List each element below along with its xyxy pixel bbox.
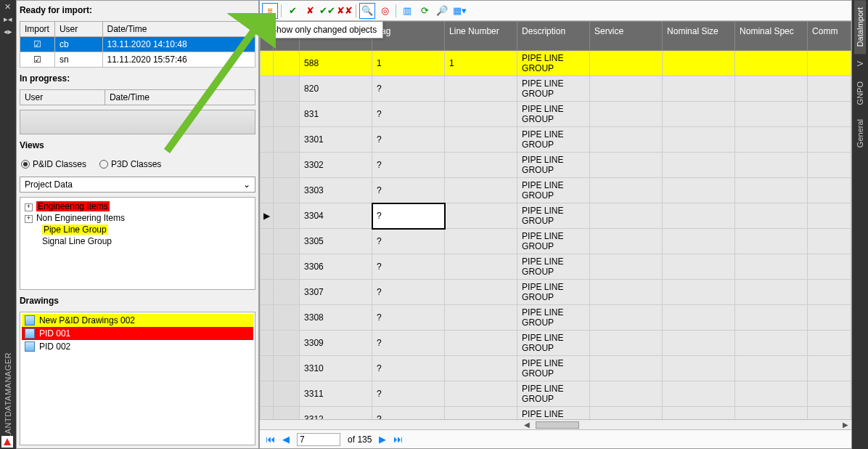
accept-all-button[interactable]: ✔✔ <box>319 3 335 19</box>
project-tree[interactable]: Engineering ItemsNon Engineering ItemsPi… <box>20 197 255 290</box>
right-tab-gnpo[interactable]: GNPO <box>854 74 866 112</box>
pager: ⏮ ◀ of 135 ▶ ⏭ <box>260 429 851 448</box>
radio-pid-classes[interactable]: P&ID Classes <box>21 159 86 169</box>
target-button[interactable]: ◎ <box>377 3 393 19</box>
tree-node[interactable]: Pipe Line Group <box>25 224 250 235</box>
close-icon[interactable]: ✕ <box>4 3 11 11</box>
column-header[interactable]: Comm <box>808 22 851 51</box>
first-page-button[interactable]: ⏮ <box>266 434 275 445</box>
in-progress-label: In progress: <box>20 72 255 85</box>
prev-page-button[interactable]: ◀ <box>282 434 290 445</box>
right-tab-general[interactable]: General <box>854 112 866 155</box>
grid-row[interactable]: 3302?PIPE LINE GROUP <box>261 153 851 178</box>
right-rail: DataImportVGNPOGeneral <box>852 0 868 449</box>
h-scrollbar[interactable]: ◀▶ <box>260 419 851 429</box>
grid-row[interactable]: ▶3304?PIPE LINE GROUP <box>261 203 851 229</box>
ready-for-import-label: Ready for import: <box>20 4 255 17</box>
show-changed-button[interactable]: ≡ <box>262 3 278 19</box>
table-row[interactable]: ☑cb13.11.2020 14:10:48 <box>20 37 255 52</box>
grid-row[interactable]: 3308?PIPE LINE GROUP <box>261 305 851 331</box>
reject-all-button[interactable]: ✘✘ <box>337 3 353 19</box>
drawings-label: Drawings <box>20 294 255 307</box>
col-datetime2[interactable]: Date/Time <box>105 90 255 105</box>
in-progress-table[interactable]: User Date/Time <box>20 89 255 105</box>
col-user2[interactable]: User <box>20 90 105 105</box>
page-input[interactable] <box>297 433 340 446</box>
rail-icon-2[interactable]: ◂▸ <box>4 28 12 36</box>
left-rail: ✕ ▸◂ ◂▸ PLANTDATAMANAGER <box>0 0 16 449</box>
table-row[interactable]: ☑sn11.11.2020 15:57:46 <box>20 52 255 68</box>
column-header[interactable]: Description <box>517 22 590 51</box>
grid-row[interactable]: 3301?PIPE LINE GROUP <box>261 127 851 153</box>
grid-row[interactable]: 58811PIPE LINE GROUP <box>261 51 851 76</box>
right-tab-v[interactable]: V <box>854 54 866 73</box>
in-progress-empty <box>20 110 255 134</box>
app-logo-icon <box>1 436 13 448</box>
columns-button[interactable]: ▥ <box>399 3 415 19</box>
document-icon <box>25 328 35 339</box>
grid-row[interactable]: 3307?PIPE LINE GROUP <box>261 280 851 305</box>
settings-dropdown-button[interactable]: ▦▾ <box>451 3 467 19</box>
document-icon <box>25 341 35 352</box>
zoom-button[interactable]: 🔍 <box>359 3 375 19</box>
col-datetime[interactable]: Date/Time <box>102 22 255 37</box>
find-button[interactable]: 🔎 <box>434 3 450 19</box>
column-header[interactable]: Service <box>590 22 663 51</box>
grid-row[interactable]: 3310?PIPE LINE GROUP <box>261 356 851 381</box>
ready-table[interactable]: Import User Date/Time ☑cb13.11.2020 14:1… <box>20 21 255 68</box>
refresh-button[interactable]: ⟳ <box>417 3 433 19</box>
panel-title-vertical: PLANTDATAMANAGER <box>4 352 12 445</box>
left-panel: Ready for import: Import User Date/Time … <box>16 0 259 449</box>
toolbar: ≡ ✔ ✘ ✔✔ ✘✘ 🔍 ◎ ▥ ⟳ 🔎 ▦▾ <box>260 1 851 21</box>
next-page-button[interactable]: ▶ <box>379 434 386 445</box>
grid-row[interactable]: 3306?PIPE LINE GROUP <box>261 254 851 280</box>
grid-row[interactable]: 3311?PIPE LINE GROUP <box>261 381 851 407</box>
page-total: of 135 <box>348 434 372 445</box>
grid-row[interactable]: 3305?PIPE LINE GROUP <box>261 229 851 254</box>
drawing-item[interactable]: PID 002 <box>22 340 253 353</box>
views-label: Views <box>20 139 255 152</box>
grid-row[interactable]: 3309?PIPE LINE GROUP <box>261 331 851 356</box>
grid-row[interactable]: 820?PIPE LINE GROUP <box>261 76 851 102</box>
drawing-item[interactable]: PID 001 <box>22 327 253 340</box>
column-header[interactable]: Line Number <box>445 22 517 51</box>
data-grid[interactable]: TagLine NumberDescriptionServiceNominal … <box>260 21 851 419</box>
document-icon <box>25 315 35 325</box>
column-header[interactable]: Nominal Spec <box>735 22 808 51</box>
tree-node[interactable]: Engineering Items <box>25 201 250 212</box>
project-data-dropdown[interactable]: Project Data ⌄ <box>20 177 255 193</box>
chevron-down-icon: ⌄ <box>243 179 250 190</box>
last-page-button[interactable]: ⏭ <box>393 434 403 445</box>
reject-button[interactable]: ✘ <box>302 3 318 19</box>
main-panel: ≡ ✔ ✘ ✔✔ ✘✘ 🔍 ◎ ▥ ⟳ 🔎 ▦▾ Show only chang… <box>259 0 852 449</box>
grid-row[interactable]: 831?PIPE LINE GROUP <box>261 102 851 127</box>
tooltip: Show only changed objects <box>264 21 383 39</box>
tree-node[interactable]: Signal Line Group <box>25 235 250 247</box>
col-user[interactable]: User <box>54 22 102 37</box>
drawings-list[interactable]: New P&ID Drawings 002PID 001PID 002 <box>20 312 255 445</box>
drawing-item[interactable]: New P&ID Drawings 002 <box>22 314 253 327</box>
rail-icon-1[interactable]: ▸◂ <box>4 15 12 23</box>
grid-row[interactable]: 3312?PIPE LINE GROUP <box>261 407 851 420</box>
column-header[interactable]: Nominal Size <box>663 22 735 51</box>
right-tab-dataimport[interactable]: DataImport <box>854 0 866 54</box>
tree-node[interactable]: Non Engineering Items <box>25 212 250 224</box>
col-import[interactable]: Import <box>20 22 54 37</box>
radio-p3d-classes[interactable]: P3D Classes <box>99 159 161 169</box>
accept-button[interactable]: ✔ <box>284 3 300 19</box>
grid-row[interactable]: 3303?PIPE LINE GROUP <box>261 178 851 203</box>
